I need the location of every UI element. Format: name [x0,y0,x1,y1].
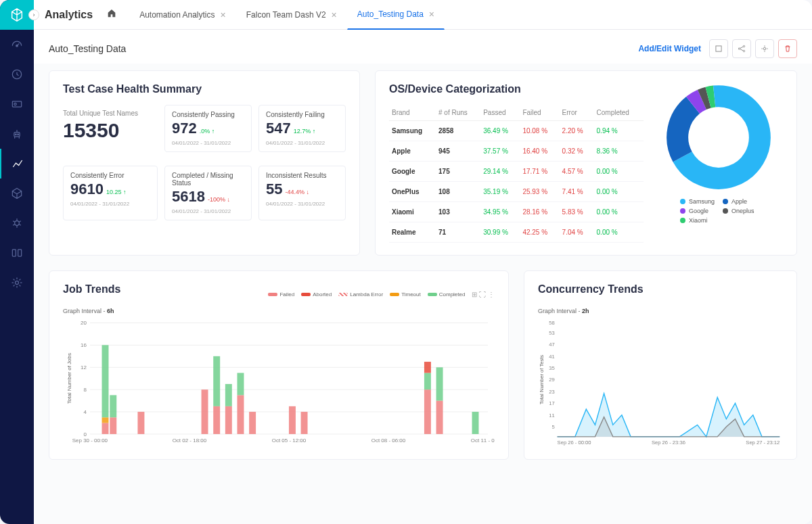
svg-text:5: 5 [552,424,555,430]
table-row: Xiaomi10334.95 %28.16 %5.83 %0.00 % [389,202,644,222]
nav-history[interactable] [0,59,34,89]
svg-point-13 [743,45,744,47]
svg-text:16: 16 [81,342,87,348]
svg-point-3 [14,103,16,105]
home-button[interactable] [106,8,117,21]
settings-button[interactable] [755,39,774,58]
svg-rect-50 [424,389,431,434]
card-title: Concurrency Trends [538,283,783,295]
svg-text:Total Number of Jobs: Total Number of Jobs [66,353,72,404]
main: Analytics Automation Analytics × Falcon … [34,0,812,524]
svg-rect-49 [301,412,308,434]
page-title: Analytics [45,9,93,21]
svg-rect-38 [110,395,116,417]
legend-item: Xiaomi [680,217,715,224]
svg-text:20: 20 [81,320,87,326]
nav-dashboard[interactable] [0,30,34,59]
delete-button[interactable] [778,39,797,58]
close-icon[interactable]: × [429,9,434,20]
health-summary-card: Test Case Health Summary Total Unique Te… [49,70,360,256]
svg-text:Sep 30 - 00:00: Sep 30 - 00:00 [72,437,108,444]
svg-text:11: 11 [549,412,554,419]
svg-text:Oct 02 - 18:00: Oct 02 - 18:00 [173,437,207,444]
tab-auto-testing[interactable]: Auto_Testing Data × [347,0,445,30]
table-row: OnePlus10835.19 %25.93 %7.41 %0.00 % [389,182,644,202]
interval-label: Graph Interval - 6h [63,308,495,314]
svg-rect-52 [424,362,431,373]
topbar: Analytics Automation Analytics × Falcon … [34,0,812,30]
tile-error: Consistently Error961010.25 ↑04/01/2022 … [63,166,158,220]
legend-item: Samsung [680,198,715,205]
nav-packages[interactable] [0,178,34,208]
svg-rect-39 [137,412,144,434]
svg-rect-36 [102,345,109,417]
tile-missing: Completed / Missing Status5618-100% ↓04/… [164,166,252,220]
svg-rect-43 [225,406,232,434]
svg-text:23: 23 [549,389,554,395]
stat-value: 15350 [63,119,158,142]
chart-actions[interactable]: ⊞ ⛶ ⋮ [472,291,495,298]
svg-text:58: 58 [549,320,554,326]
svg-rect-51 [424,373,431,390]
nav-builds[interactable] [0,89,34,119]
svg-point-6 [18,134,19,135]
nav-issues[interactable] [0,208,34,238]
svg-rect-54 [436,367,443,400]
svg-text:Oct 05 - 12:00: Oct 05 - 12:00 [272,437,307,444]
svg-text:4: 4 [83,409,87,415]
svg-rect-47 [249,412,256,434]
os-device-table: Brand# of RunsPassedFailedErrorCompleted… [389,105,644,243]
tab-automation-analytics[interactable]: Automation Analytics × [129,0,236,30]
legend-item: Google [680,208,715,214]
svg-point-5 [16,134,17,135]
subheader: Auto_Testing Data Add/Edit Widget [34,30,812,64]
svg-point-15 [763,47,766,50]
svg-rect-42 [213,356,220,406]
tab-label: Automation Analytics [139,10,215,20]
concurrency-chart: 5111723293541475358Sep 26 - 00:00Sep 26 … [538,318,783,450]
job-trends-chart: 048121620Sep 30 - 00:00Oct 02 - 18:00Oct… [63,318,495,448]
tab-label: Falcon Team Dash V2 [246,10,326,20]
dashboard-name: Auto_Testing Data [49,43,126,54]
table-row: Apple94537.57 %16.40 %0.32 %8.36 % [389,141,644,162]
svg-text:35: 35 [549,365,554,371]
svg-rect-11 [716,46,721,51]
svg-rect-53 [436,401,443,434]
svg-text:0: 0 [83,431,87,437]
close-icon[interactable]: × [332,9,337,20]
sidebar: › [0,0,34,524]
os-device-donut-chart [664,83,773,191]
nav-analytics[interactable] [0,149,34,178]
nav-settings[interactable] [0,268,34,297]
svg-text:Sep 26 - 00:00: Sep 26 - 00:00 [558,439,591,446]
content: Test Case Health Summary Total Unique Te… [34,64,812,524]
job-trends-card: Job Trends FailedAbortedLambda ErrorTime… [49,270,509,460]
svg-rect-44 [225,384,232,406]
nav-integrations[interactable] [0,238,34,268]
card-title: Test Case Health Summary [63,83,346,95]
add-widget-button[interactable]: Add/Edit Widget [638,44,701,53]
interval-label: Graph Interval - 2h [538,308,783,314]
app-logo[interactable]: › [0,0,34,30]
svg-text:Sep 26 - 23:36: Sep 26 - 23:36 [652,439,685,446]
sidebar-expand-icon[interactable]: › [28,9,39,20]
share-button[interactable] [732,39,751,58]
tabs: Automation Analytics × Falcon Team Dash … [129,0,445,30]
svg-text:47: 47 [549,341,554,348]
donut-legend: SamsungAppleGoogleOneplusXiaomi [680,198,757,224]
svg-rect-46 [237,373,244,396]
tab-falcon-dash[interactable]: Falcon Team Dash V2 × [236,0,347,30]
fullscreen-button[interactable] [709,39,728,58]
stat-label: Total Unique Test Names [63,109,158,118]
svg-rect-35 [102,417,109,423]
legend-item: Apple [723,198,757,205]
svg-text:8: 8 [83,387,87,393]
close-icon[interactable]: × [221,9,226,20]
tile-failing: Consistently Failing54712.7% ↑04/01/2022… [258,105,346,152]
svg-text:29: 29 [549,377,554,383]
svg-text:41: 41 [549,354,554,360]
legend-item: Oneplus [723,208,757,214]
table-row: Samsung285836.49 %10.08 %2.20 %0.94 % [389,121,644,141]
os-device-card: OS/Device Categorization Brand# of RunsP… [375,70,797,256]
nav-automation[interactable] [0,119,34,149]
